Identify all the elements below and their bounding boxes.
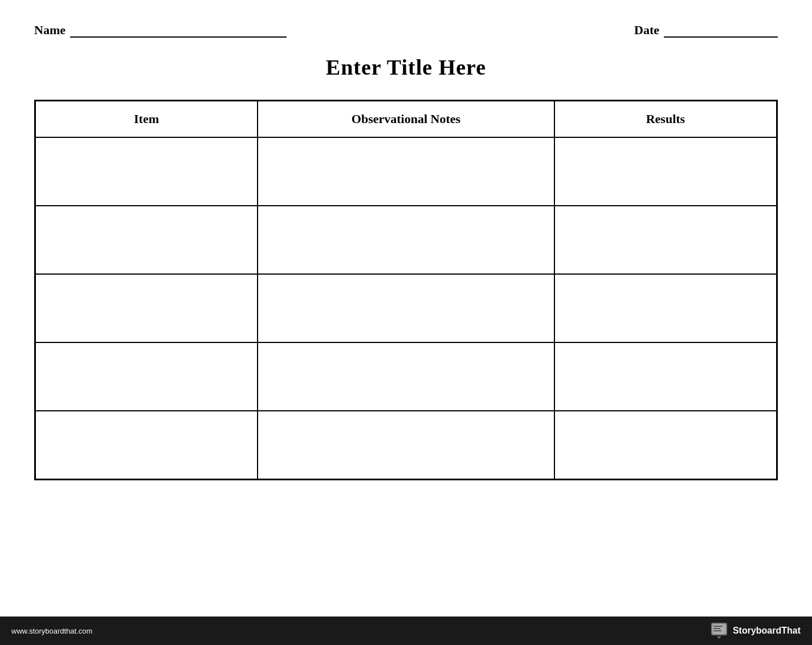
footer-brand-text: StoryboardThat — [733, 626, 801, 636]
date-label: Date — [634, 23, 659, 38]
cell-item-1[interactable] — [35, 206, 258, 274]
page-title[interactable]: Enter Title Here — [34, 55, 778, 80]
cell-results-3[interactable] — [554, 342, 777, 411]
cell-notes-4[interactable] — [258, 411, 554, 479]
observation-table: Item Observational Notes Results — [34, 100, 778, 480]
svg-rect-3 — [713, 628, 720, 629]
storyboardthat-icon — [711, 623, 729, 639]
table-row — [35, 274, 777, 342]
cell-results-4[interactable] — [554, 411, 777, 479]
table-row — [35, 342, 777, 411]
cell-results-0[interactable] — [554, 137, 777, 206]
svg-rect-4 — [713, 630, 721, 631]
cell-results-2[interactable] — [554, 274, 777, 342]
name-label: Name — [34, 23, 66, 38]
cell-notes-3[interactable] — [258, 342, 554, 411]
date-line — [664, 24, 778, 38]
column-header-item: Item — [35, 101, 258, 138]
footer-url: www.storyboardthat.com — [11, 627, 92, 635]
header-fields: Name Date — [34, 23, 778, 38]
column-header-results: Results — [554, 101, 777, 138]
table-row — [35, 411, 777, 479]
cell-notes-1[interactable] — [258, 206, 554, 274]
table-header-row: Item Observational Notes Results — [35, 101, 777, 138]
date-field-group: Date — [634, 23, 778, 38]
cell-results-1[interactable] — [554, 206, 777, 274]
storyboard-logo: StoryboardThat — [711, 623, 801, 639]
footer: www.storyboardthat.com StoryboardThat — [0, 617, 812, 645]
table-row — [35, 206, 777, 274]
cell-item-4[interactable] — [35, 411, 258, 479]
table-row — [35, 137, 777, 206]
svg-rect-2 — [713, 626, 723, 627]
cell-notes-2[interactable] — [258, 274, 554, 342]
cell-notes-0[interactable] — [258, 137, 554, 206]
cell-item-0[interactable] — [35, 137, 258, 206]
name-field-group: Name — [34, 23, 287, 38]
column-header-notes: Observational Notes — [258, 101, 554, 138]
cell-item-2[interactable] — [35, 274, 258, 342]
cell-item-3[interactable] — [35, 342, 258, 411]
svg-marker-5 — [717, 636, 721, 639]
name-line — [70, 24, 287, 38]
